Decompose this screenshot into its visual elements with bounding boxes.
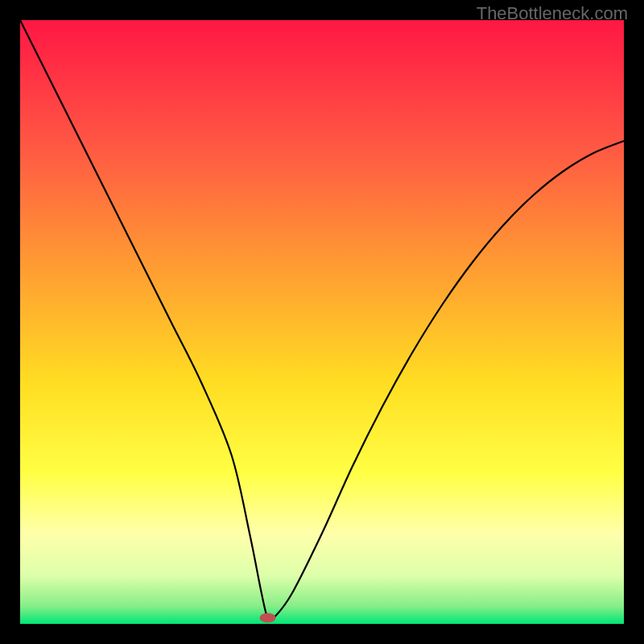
plot-area	[20, 20, 624, 624]
chart-container: TheBottleneck.com	[0, 0, 644, 644]
watermark-text: TheBottleneck.com	[477, 3, 628, 24]
optimal-marker	[260, 613, 276, 623]
chart-svg	[20, 20, 624, 624]
